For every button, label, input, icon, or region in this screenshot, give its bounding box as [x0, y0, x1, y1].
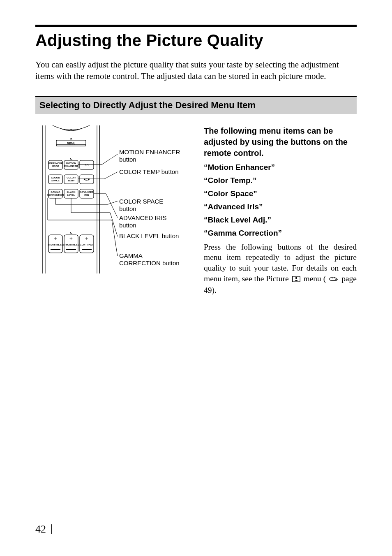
callout-advanced-iris: ADVANCED IRIS button — [119, 214, 185, 229]
subsection-heading: Selecting to Directly Adjust the Desired… — [35, 96, 357, 114]
picture-menu-icon — [292, 274, 300, 285]
para-mid: menu ( — [304, 274, 326, 283]
callout-gamma: GAMMA CORRECTION button — [119, 252, 181, 267]
menu-item-black-level: “Black Level Adj.” — [204, 215, 357, 225]
right-paragraph: Press the following buttons of the desir… — [204, 242, 357, 296]
page-number: 42 — [35, 523, 52, 535]
intro-paragraph: You can easily adjust the picture qualit… — [35, 59, 357, 82]
menu-item-color-space: “Color Space” — [204, 189, 357, 198]
menu-item-advanced-iris: “Advanced Iris” — [204, 202, 357, 211]
menu-item-motion-enhancer: “Motion Enhancer” — [204, 163, 357, 172]
pointer-icon — [329, 274, 338, 285]
callout-black-level: BLACK LEVEL button — [119, 232, 181, 240]
page-number-divider — [51, 524, 52, 534]
remote-diagram: MENU WIDE MODE MODE MOTION ENHANCER — [35, 125, 191, 278]
page-title: Adjusting the Picture Quality — [35, 31, 357, 50]
callout-color-space: COLOR SPACE button — [119, 198, 181, 213]
callout-color-temp: COLOR TEMP button — [119, 168, 181, 176]
top-rule — [35, 25, 357, 27]
menu-item-color-temp: “Color Temp.” — [204, 176, 357, 185]
menu-item-gamma-correction: “Gamma Correction” — [204, 229, 357, 238]
callout-motion-enhancer: MOTION ENHANCER button — [119, 148, 185, 163]
svg-point-47 — [295, 277, 297, 279]
right-lead: The following menu items can be adjusted… — [204, 125, 357, 159]
